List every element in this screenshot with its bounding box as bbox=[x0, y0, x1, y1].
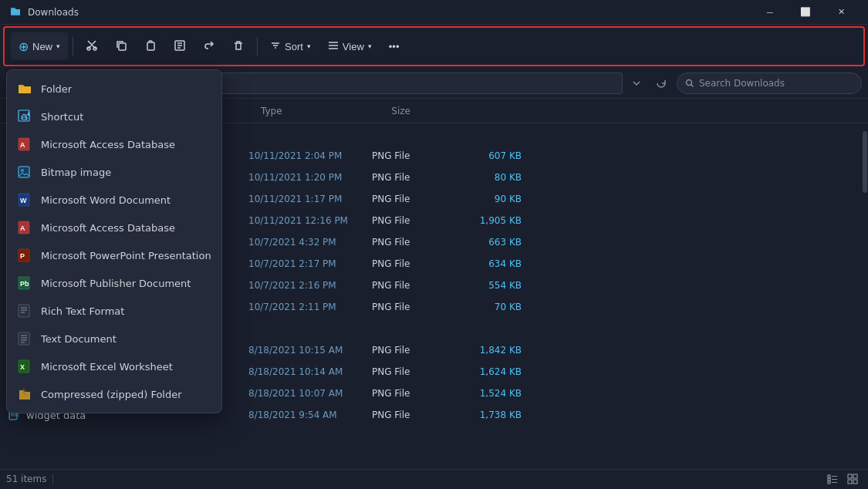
new-icon: ⊕ bbox=[19, 39, 29, 54]
delete-button[interactable] bbox=[225, 32, 252, 60]
menu-item-bitmap[interactable]: Bitmap image bbox=[7, 158, 221, 186]
window-controls: ─ ⬜ ✕ bbox=[752, 0, 859, 25]
word-icon: W bbox=[16, 191, 33, 208]
rtf-icon bbox=[16, 302, 33, 319]
menu-item-publisher[interactable]: Pb Microsoft Publisher Document bbox=[7, 269, 221, 297]
menu-item-powerpoint-label: Microsoft PowerPoint Presentation bbox=[41, 250, 211, 261]
more-icon: ••• bbox=[389, 41, 400, 52]
file-date: 10/11/2021 12:16 PM bbox=[242, 215, 366, 226]
paste-button[interactable] bbox=[137, 32, 164, 60]
more-button[interactable]: ••• bbox=[381, 32, 407, 60]
file-date: 10/11/2021 2:04 PM bbox=[242, 150, 366, 161]
menu-item-excel-label: Microsoft Excel Worksheet bbox=[41, 361, 173, 373]
svg-text:Pb: Pb bbox=[20, 280, 29, 288]
sort-label: Sort bbox=[285, 41, 303, 52]
file-size: 90 KB bbox=[451, 194, 528, 204]
folder-icon bbox=[16, 80, 33, 97]
view-label: View bbox=[343, 41, 364, 52]
file-type: PNG File bbox=[366, 194, 451, 204]
file-date: 10/11/2021 1:17 PM bbox=[242, 194, 366, 204]
svg-text:W: W bbox=[20, 197, 27, 204]
menu-item-folder[interactable]: Folder bbox=[7, 75, 221, 103]
svg-text:A: A bbox=[20, 141, 25, 149]
access-db-icon: A bbox=[16, 136, 33, 153]
menu-item-shortcut[interactable]: Shortcut bbox=[7, 103, 221, 130]
file-date: 10/7/2021 2:17 PM bbox=[242, 258, 366, 269]
col-header-size[interactable]: Size bbox=[339, 106, 417, 116]
search-box[interactable]: Search Downloads bbox=[677, 73, 862, 94]
file-type: PNG File bbox=[366, 215, 451, 226]
scrollbar-track[interactable] bbox=[862, 123, 868, 469]
text-doc-icon bbox=[16, 330, 33, 347]
list-view-button[interactable] bbox=[823, 471, 842, 487]
menu-item-shortcut-label: Shortcut bbox=[41, 111, 83, 123]
menu-item-word[interactable]: W Microsoft Word Document bbox=[7, 186, 221, 214]
excel-icon: X bbox=[16, 358, 33, 375]
file-size: 554 KB bbox=[451, 280, 528, 291]
file-date: 10/7/2021 4:32 PM bbox=[242, 237, 366, 248]
file-size: 1,905 KB bbox=[451, 215, 528, 226]
copy-button[interactable] bbox=[107, 32, 135, 60]
copy-icon bbox=[115, 39, 127, 54]
col-header-type[interactable]: Type bbox=[255, 106, 339, 116]
view-button[interactable]: View ▾ bbox=[320, 32, 380, 60]
menu-item-excel[interactable]: X Microsoft Excel Worksheet bbox=[7, 352, 221, 380]
address-dropdown-button[interactable] bbox=[627, 73, 646, 94]
file-size: 607 KB bbox=[451, 150, 528, 161]
file-date: 10/7/2021 2:11 PM bbox=[242, 302, 366, 312]
menu-item-access-db2[interactable]: A Microsoft Access Database bbox=[7, 214, 221, 241]
minimize-button[interactable]: ─ bbox=[752, 0, 788, 25]
svg-rect-32 bbox=[828, 481, 830, 484]
restore-button[interactable]: ⬜ bbox=[788, 0, 823, 25]
menu-item-bitmap-label: Bitmap image bbox=[41, 167, 111, 178]
svg-text:A: A bbox=[20, 224, 25, 232]
status-bar: 51 items bbox=[0, 469, 868, 487]
file-size: 634 KB bbox=[451, 258, 528, 269]
file-type: PNG File bbox=[366, 302, 451, 312]
new-chevron-icon: ▾ bbox=[56, 42, 60, 50]
menu-item-zip[interactable]: Compressed (zipped) Folder bbox=[7, 380, 221, 408]
new-dropdown-menu: Folder Shortcut A Microsoft Access Datab… bbox=[6, 69, 222, 413]
menu-item-rtf[interactable]: Rich Text Format bbox=[7, 297, 221, 325]
view-icon bbox=[328, 40, 339, 53]
refresh-button[interactable] bbox=[650, 73, 672, 94]
file-date: 8/18/2021 10:15 AM bbox=[242, 345, 366, 356]
file-date: 10/11/2021 1:20 PM bbox=[242, 172, 366, 183]
close-button[interactable]: ✕ bbox=[823, 0, 859, 25]
paste-icon bbox=[144, 39, 157, 54]
menu-item-rtf-label: Rich Text Format bbox=[41, 305, 124, 317]
view-chevron-icon: ▾ bbox=[368, 42, 372, 50]
new-label: New bbox=[32, 41, 52, 52]
sort-button[interactable]: Sort ▾ bbox=[262, 32, 319, 60]
svg-point-4 bbox=[687, 79, 692, 85]
search-placeholder: Search Downloads bbox=[699, 78, 785, 89]
file-type: PNG File bbox=[366, 150, 451, 161]
svg-rect-31 bbox=[828, 478, 830, 481]
grid-view-button[interactable] bbox=[843, 471, 862, 487]
file-type: PNG File bbox=[366, 345, 451, 356]
file-type: PNG File bbox=[366, 410, 451, 420]
file-size: 80 KB bbox=[451, 172, 528, 183]
rename-button[interactable] bbox=[166, 32, 194, 60]
file-type: PNG File bbox=[366, 258, 451, 269]
svg-rect-36 bbox=[853, 480, 857, 484]
menu-item-text[interactable]: Text Document bbox=[7, 325, 221, 352]
sort-icon bbox=[270, 40, 281, 53]
scrollbar-thumb[interactable] bbox=[863, 131, 867, 193]
toolbar: ⊕ New ▾ bbox=[3, 26, 865, 66]
cut-button[interactable] bbox=[78, 32, 106, 60]
svg-rect-50 bbox=[19, 305, 29, 317]
file-date: 8/18/2021 10:14 AM bbox=[242, 366, 366, 377]
menu-item-access-db[interactable]: A Microsoft Access Database bbox=[7, 130, 221, 158]
file-size: 1,524 KB bbox=[451, 388, 528, 399]
menu-item-folder-label: Folder bbox=[41, 83, 72, 95]
menu-item-powerpoint[interactable]: P Microsoft PowerPoint Presentation bbox=[7, 241, 221, 269]
menu-item-text-label: Text Document bbox=[41, 333, 117, 345]
item-count: 51 items bbox=[6, 474, 46, 484]
share-button[interactable] bbox=[195, 32, 223, 60]
window-title: Downloads bbox=[28, 7, 746, 18]
app-icon bbox=[9, 5, 22, 19]
new-button[interactable]: ⊕ New ▾ bbox=[11, 32, 68, 60]
menu-item-word-label: Microsoft Word Document bbox=[41, 194, 171, 206]
share-icon bbox=[203, 39, 215, 54]
